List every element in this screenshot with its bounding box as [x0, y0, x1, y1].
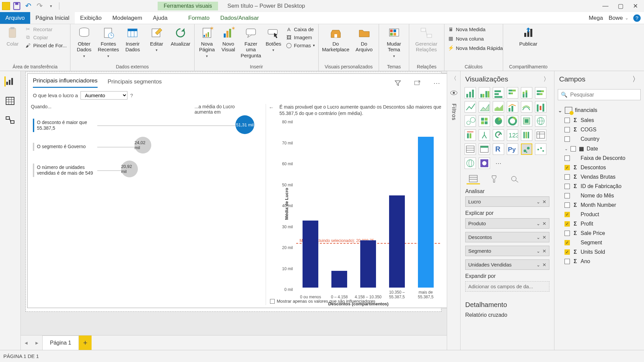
field-checkbox[interactable]: ✓ — [565, 221, 570, 227]
field-item[interactable]: ΣAno — [557, 257, 641, 266]
viz-type-tile[interactable] — [465, 158, 476, 169]
more-options-icon[interactable]: ⋯ — [432, 78, 441, 88]
search-input[interactable] — [570, 92, 638, 98]
buttons-button[interactable]: Botões — [264, 26, 282, 53]
quick-measure-button[interactable]: ⚡Nova Medida Rápida — [448, 45, 503, 51]
field-checkbox[interactable] — [565, 259, 570, 264]
filters-eye-icon[interactable] — [450, 89, 458, 97]
viz-type-tile[interactable] — [507, 101, 518, 113]
question-dropdown[interactable]: Aumento — [80, 91, 127, 100]
influencer-row[interactable]: O segmento é Governo 24,02 mil — [33, 143, 94, 151]
back-arrow-icon[interactable]: ← — [269, 105, 274, 111]
remove-field-icon[interactable]: ✕ — [542, 235, 546, 240]
chart-bar[interactable] — [360, 240, 376, 288]
field-checkbox[interactable] — [565, 184, 570, 189]
user-label[interactable]: Mega Bowe ⌄ — [584, 12, 633, 24]
question-help-icon[interactable]: ? — [130, 93, 133, 98]
influencer-bubble[interactable]: 51,31 mil — [235, 115, 254, 134]
viz-type-tile[interactable] — [465, 129, 476, 141]
field-item[interactable]: Nome do Mês — [557, 191, 641, 200]
redo-icon[interactable]: ↷ — [35, 1, 44, 11]
viz-type-tile[interactable] — [479, 143, 490, 155]
viz-type-tile[interactable] — [465, 115, 476, 127]
field-checkbox[interactable] — [565, 231, 570, 236]
field-checkbox[interactable] — [565, 174, 570, 180]
remove-field-icon[interactable]: ✕ — [542, 262, 546, 267]
field-checkbox[interactable]: ✓ — [565, 212, 570, 217]
tab-view[interactable]: Exibição — [75, 12, 107, 24]
focus-mode-icon[interactable] — [413, 78, 422, 88]
viz-type-tile[interactable]: 123 — [507, 129, 518, 141]
report-view-button[interactable] — [4, 76, 16, 86]
undo-icon[interactable]: ↶ — [23, 1, 33, 11]
field-item[interactable]: ✓ΣUnits Sold — [557, 247, 641, 257]
page-tab[interactable]: Página 1 — [42, 336, 79, 350]
viz-type-tile[interactable]: R — [493, 143, 504, 155]
expand-icon[interactable]: ⌄ — [565, 146, 568, 151]
chevron-down-icon[interactable]: ⌄ — [536, 221, 540, 226]
explain-by-field-well[interactable]: Descontos⌄✕ — [465, 232, 549, 242]
tab-data-analyze[interactable]: Dados/Analisar — [215, 12, 264, 24]
field-item[interactable]: ΣMonth Number — [557, 200, 641, 210]
viz-type-tile[interactable] — [521, 129, 532, 141]
viz-type-tile[interactable] — [479, 87, 490, 99]
field-checkbox[interactable]: ✓ — [565, 240, 570, 245]
chart-bar[interactable] — [331, 271, 347, 288]
chevron-down-icon[interactable]: ⌄ — [536, 235, 540, 240]
tab-key-influencers[interactable]: Principais influenciadores — [33, 77, 98, 88]
field-item[interactable]: ΣID de Fabricação — [557, 182, 641, 191]
tab-format[interactable]: Formato — [183, 12, 215, 24]
filter-icon[interactable] — [393, 78, 402, 88]
viz-type-tile[interactable] — [465, 101, 476, 113]
tab-help[interactable]: Ajuda — [148, 12, 173, 24]
viz-type-tile[interactable] — [521, 115, 532, 127]
field-item[interactable]: ✓Product — [557, 210, 641, 219]
viz-type-tile[interactable] — [535, 101, 546, 113]
viz-type-tile[interactable] — [493, 101, 504, 113]
field-item[interactable]: ΣSale Price — [557, 229, 641, 238]
chevron-down-icon[interactable]: ⌄ — [536, 199, 540, 204]
viz-type-tile[interactable] — [507, 87, 518, 99]
page-nav-next[interactable]: ► — [32, 336, 42, 350]
remove-field-icon[interactable]: ✕ — [542, 221, 546, 226]
image-button[interactable]: 🖼Imagem — [286, 34, 315, 40]
close-icon[interactable]: ✕ — [633, 2, 638, 10]
show-only-influencers-checkbox[interactable] — [270, 299, 275, 304]
viz-type-tile[interactable] — [465, 87, 476, 99]
field-checkbox[interactable] — [565, 118, 570, 123]
recent-sources-button[interactable]: Fontes Recentes — [98, 26, 119, 58]
well-tab-fields[interactable] — [467, 174, 480, 184]
page-nav-prev[interactable]: ◄ — [21, 336, 32, 350]
field-checkbox[interactable]: ✓ — [565, 249, 570, 255]
viz-type-tile[interactable] — [535, 87, 546, 99]
influencer-row[interactable]: O desconto é maior que 55.387,5 51,31 mi… — [33, 119, 94, 132]
minimize-icon[interactable]: — — [602, 2, 608, 10]
expand-by-well[interactable]: Adicionar os campos de da... — [465, 281, 549, 292]
viz-type-tile[interactable] — [493, 129, 504, 141]
field-item[interactable]: ΣVendas Brutas — [557, 172, 641, 182]
add-page-button[interactable]: + — [79, 336, 92, 350]
field-checkbox[interactable] — [571, 146, 576, 152]
viz-type-tile[interactable] — [479, 115, 490, 127]
viz-type-tile[interactable]: Py — [507, 143, 518, 155]
field-checkbox[interactable] — [565, 202, 570, 208]
viz-type-tile[interactable] — [465, 143, 476, 155]
field-checkbox[interactable] — [565, 136, 570, 142]
field-checkbox[interactable] — [565, 156, 570, 161]
fields-search[interactable]: 🔍 — [558, 89, 641, 100]
remove-field-icon[interactable]: ✕ — [542, 248, 546, 254]
help-icon[interactable]: ? — [633, 14, 641, 22]
chart-bar[interactable] — [389, 195, 405, 288]
viz-type-tile[interactable] — [493, 115, 504, 127]
field-item[interactable]: ⌄▦Date — [557, 144, 641, 154]
field-item[interactable]: ✓Segment — [557, 238, 641, 247]
get-data-button[interactable]: Obter Dados — [74, 26, 94, 58]
new-column-button[interactable]: ▦Nova coluna — [448, 36, 503, 42]
format-painter-button[interactable]: 🖌Pincel de For... — [25, 42, 67, 48]
viz-type-tile[interactable] — [507, 115, 518, 127]
viz-type-tile[interactable] — [535, 129, 546, 141]
field-checkbox[interactable] — [565, 193, 570, 198]
more-visuals-icon[interactable]: ⋯ — [493, 158, 504, 169]
switch-theme-button[interactable]: Mudar Tema — [382, 26, 406, 58]
tab-home[interactable]: Página Inicial — [30, 12, 75, 24]
